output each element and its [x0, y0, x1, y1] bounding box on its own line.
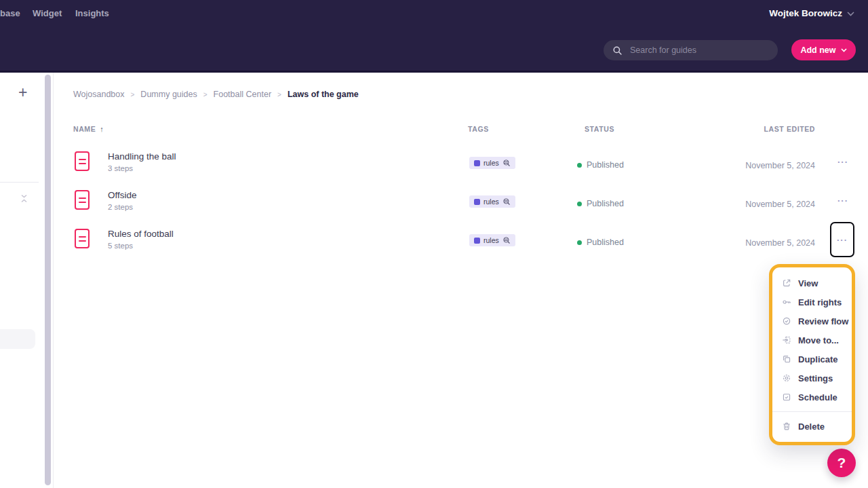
guide-name[interactable]: Handling the ball	[108, 151, 176, 162]
user-menu[interactable]: Wojtek Borowicz	[769, 8, 854, 18]
chevron-down-icon	[847, 10, 854, 16]
guide-steps-count: 5 steps	[108, 242, 133, 250]
add-new-label: Add new	[800, 45, 835, 55]
row-actions-menu-button[interactable]: ···	[833, 158, 853, 169]
add-new-button[interactable]: Add new	[791, 39, 856, 60]
trash-icon	[781, 421, 791, 432]
menu-item-label: Review flow	[798, 316, 848, 326]
menu-item-label: Move to...	[798, 335, 839, 345]
last-edited-date: November 5, 2024	[745, 200, 815, 209]
last-edited-date: November 5, 2024	[745, 238, 815, 248]
breadcrumb-item-wojosandbox[interactable]: Wojosandbox	[73, 90, 125, 99]
menu-item-delete[interactable]: Delete	[772, 417, 852, 436]
tag-public-globe-icon	[502, 159, 511, 167]
guide-document-icon	[75, 229, 90, 248]
sidebar-scrollbar[interactable]	[45, 75, 51, 485]
sidebar-item-highlight[interactable]	[0, 329, 35, 349]
tag-badge-rules[interactable]: rules	[469, 195, 515, 208]
guide-steps-count: 3 steps	[108, 164, 133, 172]
status-badge: Published	[577, 160, 624, 170]
guide-steps-count: 2 steps	[108, 203, 133, 211]
key-icon	[781, 297, 791, 307]
top-header: base Widget Insights Wojtek Borowicz Add…	[0, 0, 868, 73]
external-link-icon	[781, 278, 791, 288]
column-header-status: STATUS	[585, 125, 614, 133]
breadcrumb-item-football-center[interactable]: Football Center	[214, 90, 271, 99]
tag-badge-rules[interactable]: rules	[469, 157, 515, 169]
tag-color-swatch	[474, 160, 480, 166]
status-badge: Published	[577, 238, 624, 247]
search-bar[interactable]	[604, 40, 778, 60]
last-edited-date: November 5, 2024	[745, 161, 815, 170]
tag-label: rules	[484, 159, 499, 167]
menu-item-label: Settings	[798, 373, 833, 383]
menu-item-duplicate[interactable]: Duplicate	[772, 350, 852, 369]
guide-document-icon	[75, 190, 90, 210]
search-input[interactable]	[629, 45, 769, 56]
row-actions-menu-button-highlighted[interactable]: ···	[830, 222, 854, 257]
breadcrumb-current-page: Laws of the game	[288, 90, 359, 99]
status-badge: Published	[577, 199, 624, 208]
column-header-last-edited: LAST EDITED	[764, 125, 815, 133]
menu-item-label: Schedule	[798, 392, 837, 402]
guide-name[interactable]: Offside	[108, 190, 137, 200]
guide-document-icon	[75, 151, 90, 171]
search-icon	[612, 45, 623, 56]
calendar-check-icon	[781, 392, 791, 402]
tag-color-swatch	[474, 199, 480, 205]
status-published-dot	[577, 163, 582, 168]
guide-name[interactable]: Rules of football	[108, 229, 174, 239]
menu-item-label: Edit rights	[798, 297, 842, 307]
nav-item-widget[interactable]: Widget	[33, 8, 62, 18]
status-published-dot	[577, 202, 582, 206]
tag-badge-rules[interactable]: rules	[469, 234, 515, 246]
menu-item-schedule[interactable]: Schedule	[772, 388, 852, 407]
breadcrumb-separator: >	[203, 91, 208, 98]
menu-item-move-to[interactable]: Move to...	[772, 331, 852, 350]
move-to-icon	[781, 335, 791, 345]
menu-item-review-flow[interactable]: Review flow	[772, 312, 852, 331]
row-actions-menu-button[interactable]: ···	[833, 197, 853, 208]
menu-divider	[772, 411, 852, 412]
table-row-offside[interactable]: Offside 2 steps rules Published November…	[54, 182, 868, 221]
nav-item-insights[interactable]: Insights	[75, 8, 109, 18]
tag-public-globe-icon	[502, 198, 511, 206]
gear-icon	[781, 373, 791, 383]
column-header-name-label: NAME	[73, 125, 96, 133]
row-actions-context-menu: View Edit rights Review flow Move to... …	[769, 264, 855, 445]
menu-item-label: Duplicate	[798, 354, 838, 364]
breadcrumb: Wojosandbox > Dummy guides > Football Ce…	[73, 90, 359, 99]
menu-item-view[interactable]: View	[772, 274, 852, 293]
help-button[interactable]: ?	[827, 449, 856, 477]
add-folder-button[interactable]: +	[18, 85, 27, 100]
tag-public-globe-icon	[502, 236, 511, 244]
duplicate-icon	[781, 354, 791, 364]
tag-label: rules	[484, 236, 499, 244]
breadcrumb-separator: >	[131, 91, 135, 98]
collapse-sidebar-icon[interactable]	[20, 194, 28, 203]
tag-label: rules	[484, 198, 499, 206]
table-row-handling-the-ball[interactable]: Handling the ball 3 steps rules Publishe…	[54, 143, 868, 182]
status-label: Published	[587, 238, 624, 247]
sidebar-divider	[0, 182, 39, 183]
chevron-down-icon	[841, 48, 847, 52]
menu-item-edit-rights[interactable]: Edit rights	[772, 293, 852, 312]
nav-item-knowledge-base[interactable]: base	[0, 8, 20, 18]
review-check-icon	[781, 316, 791, 326]
ellipsis-icon: ···	[837, 235, 848, 245]
breadcrumb-separator: >	[277, 91, 281, 98]
user-name: Wojtek Borowicz	[769, 8, 842, 18]
breadcrumb-item-dummy-guides[interactable]: Dummy guides	[140, 90, 197, 99]
table-row-rules-of-football[interactable]: Rules of football 5 steps rules Publishe…	[54, 221, 868, 259]
sidebar: +	[0, 73, 54, 488]
sort-ascending-icon: ↑	[100, 125, 104, 133]
question-mark-icon: ?	[837, 455, 846, 471]
status-label: Published	[587, 199, 624, 208]
menu-item-label: Delete	[798, 421, 825, 432]
column-header-tags: TAGS	[468, 125, 489, 133]
status-label: Published	[587, 160, 624, 170]
menu-item-label: View	[798, 278, 818, 288]
menu-item-settings[interactable]: Settings	[772, 369, 852, 388]
column-header-name[interactable]: NAME↑	[73, 125, 104, 133]
status-published-dot	[577, 240, 582, 245]
